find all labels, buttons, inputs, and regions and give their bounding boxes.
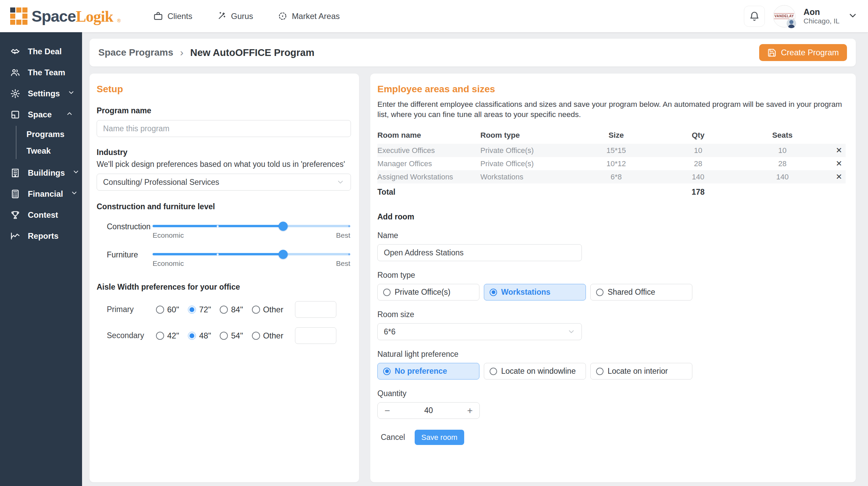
breadcrumb-parent-link[interactable]: Space Programs — [98, 47, 173, 58]
sidebar-item-tweak[interactable]: Tweak — [26, 142, 82, 159]
room-type-options: Private Office(s) Workstations Shared Of… — [377, 284, 846, 300]
room-name-input[interactable] — [377, 244, 582, 261]
handshake-icon — [10, 46, 20, 57]
furniture-slider-label: Furniture — [97, 248, 153, 268]
radio-icon — [596, 289, 604, 296]
breadcrumb-separator-icon: › — [180, 47, 183, 58]
light-locate-on-windowline[interactable]: Locate on windowline — [484, 363, 586, 380]
light-no-preference-selected[interactable]: No preference — [377, 363, 479, 380]
building-icon — [10, 168, 20, 178]
app-logo[interactable]: SpaceLogik ® — [10, 7, 121, 25]
col-size: Size — [579, 128, 654, 144]
dashed-circle-target-icon — [278, 11, 288, 21]
quantity-decrease-button[interactable]: − — [384, 406, 390, 415]
furniture-slider[interactable] — [153, 253, 350, 255]
radio-icon — [220, 332, 228, 340]
user-menu-toggle[interactable] — [848, 11, 858, 22]
radio-primary-other[interactable]: Other — [252, 305, 283, 314]
nav-market-areas-label: Market Areas — [292, 12, 340, 21]
notifications-button[interactable] — [744, 6, 765, 27]
construction-section-label: Construction and furniture level — [97, 202, 351, 211]
industry-label: Industry — [97, 148, 351, 157]
radio-secondary-42[interactable]: 42" — [156, 331, 179, 341]
light-locate-on-interior[interactable]: Locate on interior — [590, 363, 692, 380]
radio-icon — [156, 306, 164, 314]
total-label: Total — [377, 183, 480, 199]
radio-secondary-48-selected[interactable]: 48" — [188, 331, 211, 341]
delete-row-button[interactable]: ✕ — [836, 172, 842, 181]
trophy-icon — [10, 210, 20, 220]
col-room-name: Room name — [377, 128, 480, 144]
gear-icon — [10, 89, 20, 99]
employee-areas-description: Enter the different employee classificat… — [377, 99, 846, 119]
radio-secondary-54[interactable]: 54" — [220, 331, 243, 341]
primary-other-input[interactable] — [295, 301, 336, 318]
logo-grid-icon — [10, 7, 27, 25]
aisle-secondary-row: Secondary 42" 48" 54" Other — [97, 327, 351, 344]
top-header: SpaceLogik ® Clients Gurus Market Areas … — [0, 0, 868, 32]
chevron-down-icon — [67, 89, 75, 98]
logo-trademark: ® — [117, 18, 121, 23]
radio-primary-60[interactable]: 60" — [156, 305, 179, 314]
sidebar-item-programs[interactable]: Programs — [26, 126, 82, 142]
quantity-label: Quantity — [377, 389, 846, 398]
nav-gurus[interactable]: Gurus — [217, 11, 253, 21]
sidebar-item-label: Buildings — [28, 168, 65, 178]
nav-clients[interactable]: Clients — [153, 11, 192, 21]
delete-row-button[interactable]: ✕ — [836, 146, 842, 155]
setup-title: Setup — [97, 84, 351, 95]
create-program-button[interactable]: Create Program — [759, 44, 847, 61]
briefcase-icon — [153, 11, 163, 21]
radio-primary-72-selected[interactable]: 72" — [188, 305, 211, 314]
rooms-table-header-row: Room name Room type Size Qty Seats — [377, 128, 846, 144]
slider-tick — [217, 253, 219, 255]
construction-slider-handle[interactable] — [278, 221, 288, 231]
secondary-other-input[interactable] — [295, 327, 336, 344]
delete-row-button[interactable]: ✕ — [836, 159, 842, 168]
sidebar-item-label: The Team — [28, 68, 65, 77]
program-name-input[interactable] — [97, 120, 351, 137]
room-type-workstations-selected[interactable]: Workstations — [484, 284, 586, 300]
employee-areas-title: Employee areas and sizes — [377, 84, 846, 95]
slider-tick — [348, 253, 350, 255]
sidebar-item-reports[interactable]: Reports — [0, 226, 82, 247]
sidebar-item-label: Contest — [28, 210, 58, 220]
sidebar-item-settings[interactable]: Settings — [0, 83, 82, 104]
user-location: Chicago, IL — [804, 17, 840, 25]
rooms-table: Room name Room type Size Qty Seats Execu… — [377, 128, 846, 199]
quantity-stepper: − 40 + — [377, 402, 480, 419]
save-room-button[interactable]: Save room — [415, 430, 464, 445]
radio-secondary-other[interactable]: Other — [252, 331, 283, 341]
chevron-up-icon — [66, 110, 73, 119]
radio-primary-84[interactable]: 84" — [220, 305, 243, 314]
room-size-select[interactable]: 6*6 — [377, 323, 582, 340]
avatar[interactable]: VANDELAY — [773, 5, 795, 27]
sidebar: The Deal The Team Settings Space Program… — [0, 32, 82, 486]
sidebar-item-the-team[interactable]: The Team — [0, 62, 82, 83]
user-info[interactable]: Aon Chicago, IL — [804, 7, 840, 25]
sidebar-item-contest[interactable]: Contest — [0, 205, 82, 226]
industry-select[interactable]: Consulting/ Professional Services — [97, 174, 351, 191]
natural-light-label: Natural light preference — [377, 350, 846, 359]
sidebar-item-financial[interactable]: Financial — [0, 183, 82, 205]
table-row: Executive Offices Private Office(s) 15*1… — [377, 144, 846, 157]
sidebar-item-label: Reports — [28, 231, 59, 241]
sidebar-item-the-deal[interactable]: The Deal — [0, 41, 82, 62]
industry-selected-value: Consulting/ Professional Services — [103, 178, 336, 187]
breadcrumb-bar: Space Programs › New AutoOFFICE Program … — [90, 39, 856, 66]
quantity-increase-button[interactable]: + — [467, 406, 473, 415]
furniture-slider-handle[interactable] — [278, 250, 288, 259]
cancel-button[interactable]: Cancel — [377, 433, 409, 442]
nav-market-areas[interactable]: Market Areas — [278, 11, 340, 21]
total-qty: 178 — [654, 183, 743, 199]
room-type-shared-office[interactable]: Shared Office — [590, 284, 692, 300]
space-layout-icon — [10, 110, 20, 120]
sidebar-item-buildings[interactable]: Buildings — [0, 162, 82, 183]
chevron-down-icon — [848, 11, 858, 21]
slider-tick — [348, 225, 350, 227]
industry-help-text: We'll pick design preferences based on w… — [97, 160, 351, 169]
construction-slider[interactable] — [153, 225, 350, 227]
room-type-private-office[interactable]: Private Office(s) — [377, 284, 479, 300]
table-row: Assigned Workstations Workstations 6*8 1… — [377, 170, 846, 183]
sidebar-item-space[interactable]: Space — [0, 104, 82, 125]
